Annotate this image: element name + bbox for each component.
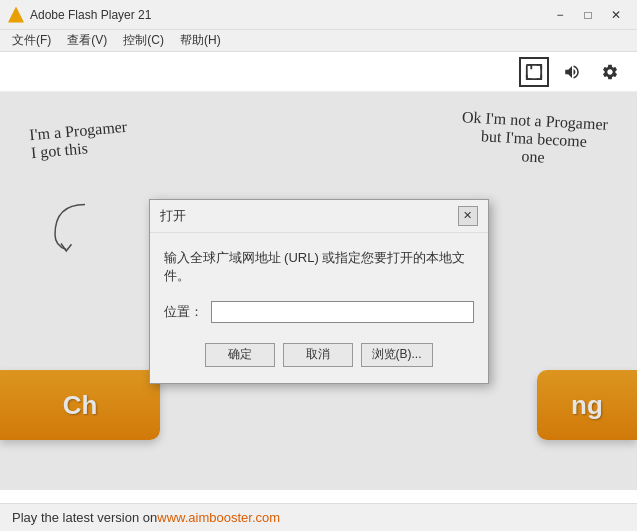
menu-control[interactable]: 控制(C): [115, 30, 172, 51]
menu-file[interactable]: 文件(F): [4, 30, 59, 51]
app-icon: [8, 7, 24, 23]
dialog-description: 输入全球广域网地址 (URL) 或指定您要打开的本地文件。: [164, 249, 474, 285]
menu-help[interactable]: 帮助(H): [172, 30, 229, 51]
settings-button[interactable]: [595, 57, 625, 87]
dialog-location-row: 位置：: [164, 301, 474, 323]
dialog-browse-button[interactable]: 浏览(B)...: [361, 343, 433, 367]
menu-view[interactable]: 查看(V): [59, 30, 115, 51]
toolbar: [0, 52, 637, 92]
title-bar: Adobe Flash Player 21 − □ ✕: [0, 0, 637, 30]
status-bar: Play the latest version on www.aimbooste…: [0, 503, 637, 531]
dialog-url-input[interactable]: [211, 301, 474, 323]
title-bar-text: Adobe Flash Player 21: [30, 8, 547, 22]
close-button[interactable]: ✕: [603, 4, 629, 26]
dialog-close-button[interactable]: ✕: [458, 206, 478, 226]
dialog-location-label: 位置：: [164, 303, 203, 321]
fullscreen-icon: [525, 63, 543, 81]
modal-overlay: 打开 ✕ 输入全球广域网地址 (URL) 或指定您要打开的本地文件。 位置： 确…: [0, 92, 637, 490]
minimize-button[interactable]: −: [547, 4, 573, 26]
open-dialog: 打开 ✕ 输入全球广域网地址 (URL) 或指定您要打开的本地文件。 位置： 确…: [149, 199, 489, 384]
window-controls: − □ ✕: [547, 4, 629, 26]
volume-button[interactable]: [557, 57, 587, 87]
content-area: I'm a Progamer I got this Ok I'm not a P…: [0, 92, 637, 490]
dialog-body: 输入全球广域网地址 (URL) 或指定您要打开的本地文件。 位置： 确定 取消 …: [150, 233, 488, 383]
dialog-title: 打开: [160, 207, 186, 225]
dialog-confirm-button[interactable]: 确定: [205, 343, 275, 367]
aimbooster-link[interactable]: www.aimbooster.com: [157, 510, 280, 525]
dialog-buttons: 确定 取消 浏览(B)...: [164, 343, 474, 367]
maximize-button[interactable]: □: [575, 4, 601, 26]
fullscreen-button[interactable]: [519, 57, 549, 87]
svg-rect-0: [527, 64, 541, 78]
menu-bar: 文件(F) 查看(V) 控制(C) 帮助(H): [0, 30, 637, 52]
status-text: Play the latest version on: [12, 510, 157, 525]
volume-icon: [563, 63, 581, 81]
dialog-cancel-button[interactable]: 取消: [283, 343, 353, 367]
dialog-title-bar: 打开 ✕: [150, 200, 488, 233]
gear-icon: [601, 63, 619, 81]
